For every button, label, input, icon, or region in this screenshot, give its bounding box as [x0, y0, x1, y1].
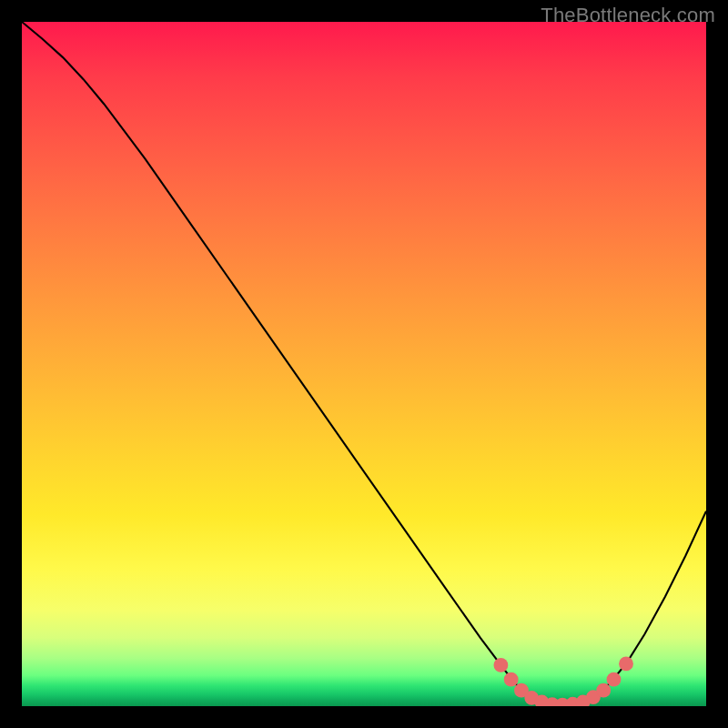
bottleneck-marker [596, 683, 611, 698]
chart-frame: TheBottleneck.com [0, 0, 728, 728]
watermark-text: TheBottleneck.com [541, 4, 715, 27]
bottleneck-marker-group [494, 656, 633, 706]
bottleneck-marker [607, 672, 622, 687]
bottleneck-curve [22, 22, 706, 704]
bottleneck-marker [619, 656, 633, 671]
bottleneck-marker [504, 672, 519, 687]
plot-area [22, 22, 706, 706]
plot-overlay [22, 22, 706, 706]
bottleneck-marker [494, 658, 509, 672]
